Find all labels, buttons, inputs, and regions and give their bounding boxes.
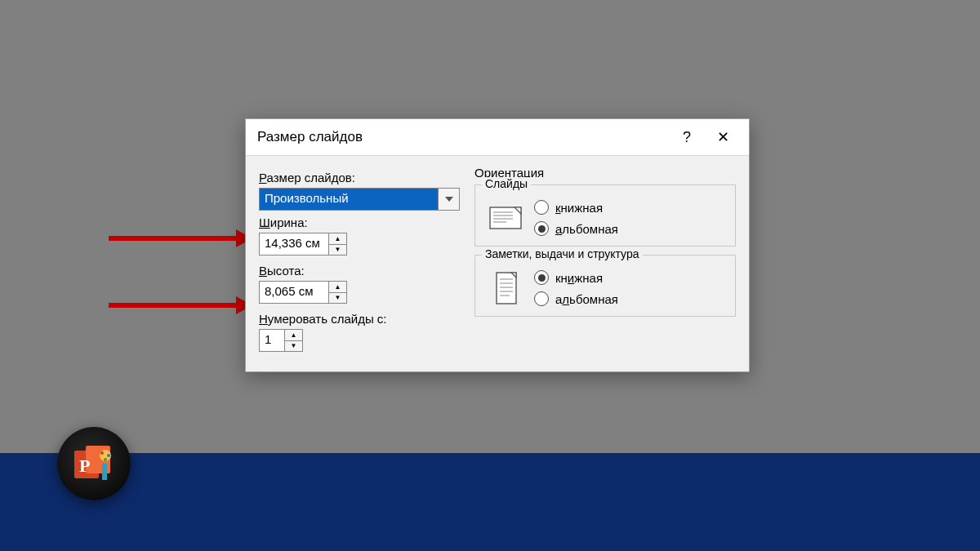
numbering-label: Нумеровать слайды с: <box>259 312 460 326</box>
width-label: Ширина: <box>259 216 460 229</box>
help-button[interactable]: ? <box>669 122 705 153</box>
width-value: 14,336 см <box>260 233 328 255</box>
chevron-down-icon <box>438 189 459 210</box>
spin-up-icon[interactable]: ▲ <box>329 233 346 245</box>
notes-portrait-label: книжная <box>555 271 603 285</box>
radio-icon <box>534 291 549 306</box>
spin-up-icon[interactable]: ▲ <box>285 330 302 341</box>
annotation-arrow-height <box>109 303 239 308</box>
width-spinner[interactable]: 14,336 см ▲ ▼ <box>259 233 347 256</box>
svg-rect-7 <box>102 464 107 480</box>
svg-point-6 <box>104 458 107 461</box>
radio-icon <box>534 200 549 215</box>
powerpoint-logo: P <box>57 427 131 500</box>
svg-text:P: P <box>79 455 90 476</box>
close-button[interactable]: ✕ <box>705 122 741 153</box>
dialog-title: Размер слайдов <box>257 129 669 145</box>
spin-up-icon[interactable]: ▲ <box>329 282 346 293</box>
notes-portrait-radio[interactable]: книжная <box>534 270 618 285</box>
height-label: Высота: <box>259 264 460 278</box>
help-icon: ? <box>683 129 691 146</box>
slide-size-selected: Произвольный <box>260 189 438 210</box>
dialog-titlebar: Размер слайдов ? ✕ <box>246 119 749 155</box>
footer-bar <box>0 453 980 551</box>
dialog-body: Размер слайдов: Произвольный Ширина: 14,… <box>246 155 749 371</box>
numbering-value: 1 <box>260 330 284 351</box>
slide-size-combobox[interactable]: Произвольный <box>259 188 460 211</box>
svg-rect-13 <box>497 273 516 304</box>
notes-landscape-radio[interactable]: альбомная <box>534 291 618 306</box>
notes-orientation-group: Заметки, выдачи и структура <box>474 255 736 317</box>
slides-landscape-label: альбомная <box>555 222 618 236</box>
notes-legend: Заметки, выдачи и структура <box>482 247 643 260</box>
radio-checked-icon <box>534 221 549 236</box>
slide-size-label: Размер слайдов: <box>259 171 460 184</box>
page-landscape-icon <box>488 201 523 235</box>
spin-down-icon[interactable]: ▼ <box>285 341 302 352</box>
width-spin-buttons[interactable]: ▲ ▼ <box>328 233 346 255</box>
left-column: Размер слайдов: Произвольный Ширина: 14,… <box>259 166 460 355</box>
radio-checked-icon <box>534 270 549 285</box>
svg-point-4 <box>100 451 104 455</box>
slides-portrait-label: книжная <box>555 201 603 215</box>
slides-orientation-group: Слайды книжная <box>474 184 736 247</box>
height-spinner[interactable]: 8,065 см ▲ ▼ <box>259 281 347 304</box>
numbering-spin-buttons[interactable]: ▲ ▼ <box>284 330 302 351</box>
slides-portrait-radio[interactable]: книжная <box>534 200 618 215</box>
height-value: 8,065 см <box>260 282 328 303</box>
annotation-arrow-width <box>109 236 239 241</box>
page-portrait-icon <box>488 271 523 305</box>
close-icon: ✕ <box>717 128 729 146</box>
slides-legend: Слайды <box>482 177 531 190</box>
height-spin-buttons[interactable]: ▲ ▼ <box>328 282 346 303</box>
svg-point-5 <box>107 454 110 457</box>
spin-down-icon[interactable]: ▼ <box>329 245 346 256</box>
numbering-spinner[interactable]: 1 ▲ ▼ <box>259 329 303 352</box>
slide-size-dialog: Размер слайдов ? ✕ Размер слайдов: Произ… <box>245 118 750 372</box>
spin-down-icon[interactable]: ▼ <box>329 293 346 304</box>
notes-landscape-label: альбомная <box>555 292 618 306</box>
svg-rect-8 <box>490 207 521 229</box>
right-column: Ориентация Слайды книж <box>474 166 736 355</box>
slides-landscape-radio[interactable]: альбомная <box>534 221 618 236</box>
